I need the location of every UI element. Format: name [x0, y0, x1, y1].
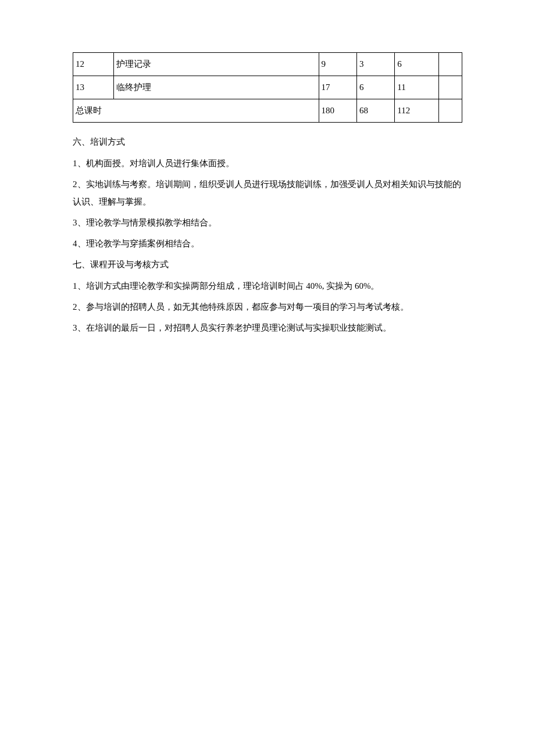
- cell-c3: 180: [319, 99, 356, 123]
- cell-c6: [438, 53, 462, 76]
- section-7-item: 2、参与培训的招聘人员，如无其他特殊原因，都应参与对每一项目的学习与考试考核。: [73, 298, 462, 316]
- cell-c4: 6: [356, 76, 394, 99]
- cell-c4: 3: [356, 53, 394, 76]
- cell-c3: 9: [319, 53, 356, 76]
- section-7-item: 3、在培训的最后一日，对招聘人员实行养老护理员理论测试与实操职业技能测试。: [73, 319, 462, 336]
- cell-c6: [438, 99, 462, 123]
- section-6-item: 4、理论教学与穿插案例相结合。: [73, 235, 462, 252]
- cell-total-label: 总课时: [73, 99, 319, 123]
- section-6-item: 1、机构面授。对培训人员进行集体面授。: [73, 155, 462, 172]
- schedule-table: 12 护理记录 9 3 6 13 临终护理 17 6 11 总课时 180 68…: [73, 52, 462, 123]
- cell-c6: [438, 76, 462, 99]
- section-7-title: 七、课程开设与考核方式: [73, 257, 462, 273]
- section-6-item: 3、理论教学与情景模拟教学相结合。: [73, 214, 462, 231]
- table-total-row: 总课时 180 68 112: [73, 99, 462, 123]
- cell-c5: 11: [395, 76, 438, 99]
- section-6-title: 六、培训方式: [73, 134, 462, 150]
- cell-c5: 112: [395, 99, 438, 123]
- cell-num: 13: [73, 76, 114, 99]
- cell-c5: 6: [395, 53, 438, 76]
- table-row: 13 临终护理 17 6 11: [73, 76, 462, 99]
- cell-name: 护理记录: [114, 53, 319, 76]
- section-6-item: 2、实地训练与考察。培训期间，组织受训人员进行现场技能训练，加强受训人员对相关知…: [73, 175, 462, 210]
- cell-name: 临终护理: [114, 76, 319, 99]
- cell-c3: 17: [319, 76, 356, 99]
- section-7-item: 1、培训方式由理论教学和实操两部分组成，理论培训时间占 40%, 实操为 60%…: [73, 277, 462, 295]
- cell-num: 12: [73, 53, 114, 76]
- cell-c4: 68: [356, 99, 394, 123]
- table-row: 12 护理记录 9 3 6: [73, 53, 462, 76]
